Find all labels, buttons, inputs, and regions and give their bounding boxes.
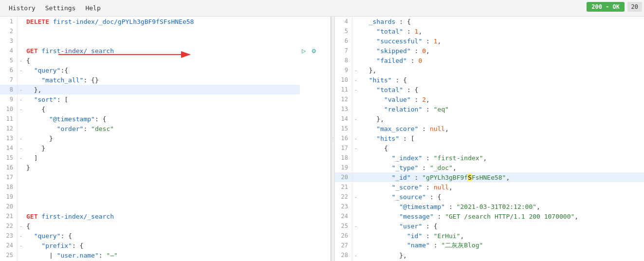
main-container: 1 DELETE first-index/_doc/gPYLh3gBF9fSFs… (0, 17, 644, 261)
menu-history[interactable]: History (4, 1, 40, 15)
code-line-10: 10 - { (0, 104, 331, 114)
code-line-5: 5 - { (0, 56, 331, 65)
code-line-3: 3 (0, 36, 331, 46)
code-line-18: 18 (0, 182, 331, 192)
tools-icon[interactable]: ⚙ (312, 47, 315, 55)
code-line-19: 19 (0, 192, 331, 202)
code-line-2: 2 (0, 26, 331, 36)
right-line-6: 6 "successful" : 1, (335, 36, 644, 46)
code-line-15: 15 - ] (0, 153, 331, 163)
right-line-27: 27 "name" : "二灰灰Blog" (335, 241, 644, 250)
code-line-1: 1 DELETE first-index/_doc/gPYLh3gBF9fSFs… (0, 17, 331, 26)
code-line-17: 17 (0, 172, 331, 182)
code-line-6: 6 - "query":{ (0, 65, 331, 75)
right-code-area: 4 _shards : { 5 "total" : 1, 6 "successf… (335, 17, 644, 261)
right-line-9: 9 - }, (335, 65, 644, 75)
left-code-area: 1 DELETE first-index/_doc/gPYLh3gBF9fSFs… (0, 17, 331, 261)
right-line-16: 16 - "hits" : [ (335, 133, 644, 143)
code-line-25: 25 | "user.name": "—" (0, 250, 331, 260)
code-line-8: 8 - }, (0, 85, 331, 94)
status-badge: 200 - OK (587, 2, 625, 12)
right-line-19: 19 "_type" : "_doc", (335, 163, 644, 172)
right-line-25: 25 - "user" : { (335, 221, 644, 231)
right-line-18: 18 "_index" : "first-index", (335, 153, 644, 163)
right-line-28: 28 - }, (335, 250, 644, 260)
right-line-17: 17 - { (335, 143, 644, 153)
left-panel[interactable]: 1 DELETE first-index/_doc/gPYLh3gBF9fSFs… (0, 17, 331, 261)
right-line-24: 24 "message" : "GET /search HTTP/1.1 200… (335, 211, 644, 221)
right-line-7: 7 "skipped" : 0, (335, 46, 644, 56)
right-line-11: 11 - "total" : { (335, 85, 644, 94)
right-line-20: 20 "_id" : "gPYLh3gBF9fSFsHNEe58", (335, 172, 644, 182)
right-line-5: 5 "total" : 1, (335, 26, 644, 36)
code-line-24: 24 - "prefix": { (0, 241, 331, 250)
code-line-4: 4 GET first-index/_search ▷ ⚙ (0, 46, 331, 56)
right-line-21: 21 "_score" : null, (335, 182, 644, 192)
code-line-20: 20 (0, 202, 331, 211)
right-line-12: 12 "value" : 2, (335, 94, 644, 104)
code-line-23: 23 - "query": { (0, 231, 331, 241)
status-num: 20 (627, 2, 642, 12)
code-line-16: 16 } (0, 163, 331, 172)
code-line-12: 12 "order": "desc" (0, 124, 331, 133)
code-line-14: 14 - } (0, 143, 331, 153)
right-line-22: 22 - "_source" : { (335, 192, 644, 202)
code-line-9: 9 - "sort": [ (0, 94, 331, 104)
right-line-26: 26 "id" : "ErHui", (335, 231, 644, 241)
code-line-13: 13 - } (0, 133, 331, 143)
right-line-15: 15 "max_score" : null, (335, 124, 644, 133)
menu-settings[interactable]: Settings (40, 1, 81, 15)
code-line-11: 11 "@timestamp": { (0, 114, 331, 124)
code-line-22: 22 - { (0, 221, 331, 231)
code-line-21: 21 GET first-index/_search (0, 211, 331, 221)
code-line-7: 7 "match_all": {} (0, 75, 331, 85)
right-line-10: 10 - "hits" : { (335, 75, 644, 85)
right-line-14: 14 - }, (335, 114, 644, 124)
right-line-13: 13 "relation" : "eq" (335, 104, 644, 114)
right-line-23: 23 "@timestamp" : "2021-03-31T02:12:00", (335, 202, 644, 211)
menu-help[interactable]: Help (80, 1, 105, 15)
panel-divider[interactable]: ⋮ (331, 17, 335, 261)
right-line-4: 4 _shards : { (335, 17, 644, 26)
right-panel[interactable]: 4 _shards : { 5 "total" : 1, 6 "successf… (335, 17, 644, 261)
run-icon[interactable]: ▷ (302, 47, 306, 55)
menubar: History Settings Help 200 - OK 20 (0, 0, 644, 17)
right-line-8: 8 "failed" : 0 (335, 56, 644, 65)
